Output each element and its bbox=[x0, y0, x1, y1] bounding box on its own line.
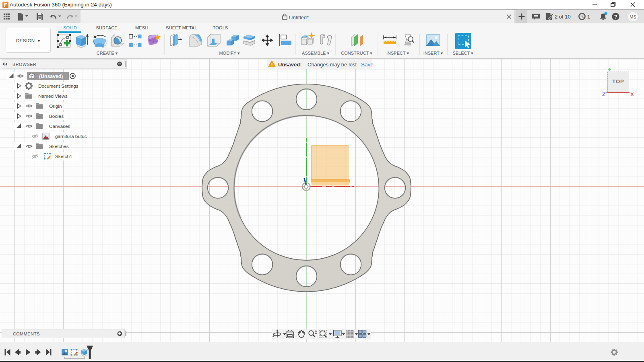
svg-text:garnitura butuc: garnitura butuc bbox=[55, 134, 87, 139]
svg-text:(Unsaved): (Unsaved) bbox=[39, 74, 63, 79]
svg-text:Changes may be lost: Changes may be lost bbox=[308, 62, 357, 68]
svg-text:Bodies: Bodies bbox=[49, 113, 64, 119]
svg-text:Save: Save bbox=[361, 62, 374, 68]
svg-text:Document Settings: Document Settings bbox=[38, 83, 78, 89]
svg-text:X: X bbox=[630, 91, 634, 97]
svg-text:Named Views: Named Views bbox=[38, 93, 68, 99]
svg-text:COMMENTS: COMMENTS bbox=[13, 331, 40, 336]
svg-text:Origin: Origin bbox=[49, 103, 62, 109]
svg-text:Sketches: Sketches bbox=[49, 144, 69, 149]
svg-text:Unsaved:: Unsaved: bbox=[278, 62, 302, 68]
svg-text:Sketch1: Sketch1 bbox=[55, 154, 72, 159]
svg-text:BROWSER: BROWSER bbox=[12, 62, 36, 67]
svg-text:Canvases: Canvases bbox=[49, 123, 70, 129]
svg-text:Z: Z bbox=[602, 91, 605, 97]
